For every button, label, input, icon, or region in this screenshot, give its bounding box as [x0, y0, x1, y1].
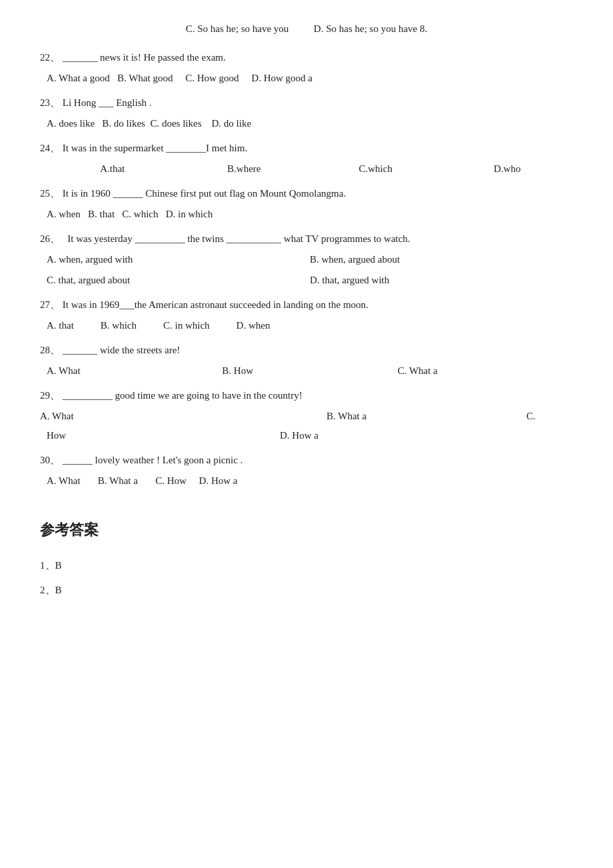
- question-30: 30、 ______ lovely weather ! Let's goon a…: [40, 451, 573, 490]
- q27-text: 27、 It was in 1969___the American astron…: [40, 296, 573, 314]
- answer-title: 参考答案: [40, 517, 573, 543]
- q27-opt-b: B. which: [101, 317, 137, 335]
- q29-options-row1: A. What B. What a C.: [40, 407, 573, 425]
- q25-opt-a: A. when: [47, 209, 81, 219]
- answer-2: 2、B: [40, 581, 573, 599]
- q29-options-row2: How D. How a: [40, 427, 573, 445]
- q26-opt-b: B. when, argued about: [310, 251, 573, 269]
- q25-text: 25、 It is in 1960 ______ Chinese first p…: [40, 185, 573, 203]
- q26-options-row1: A. when, argued with B. when, argued abo…: [40, 251, 573, 269]
- q25-opt-b: B. that: [88, 209, 115, 219]
- top-d-option: D. So has he; so you have 8.: [314, 23, 427, 34]
- q24-opt-c: C.which: [310, 160, 442, 178]
- question-27: 27、 It was in 1969___the American astron…: [40, 296, 573, 335]
- q29-opt-a: A. What: [40, 407, 326, 425]
- q25-opt-c: C. which: [122, 209, 158, 219]
- q24-opt-a: A.that: [47, 160, 179, 178]
- q28-opt-c: C. What a: [398, 362, 573, 380]
- q28-opt-b: B. How: [222, 362, 397, 380]
- q24-text: 24、 It was in the supermarket ________I …: [40, 139, 573, 157]
- q30-opt-b: B. What a: [98, 475, 138, 486]
- q30-options: A. What B. What a C. How D. How a: [40, 472, 573, 490]
- q27-opt-d: D. when: [237, 317, 271, 335]
- answer-section: 参考答案 1、B 2、B: [40, 517, 573, 599]
- answer-1: 1、B: [40, 557, 573, 575]
- q22-text: 22、 _______ news it is! He passed the ex…: [40, 49, 573, 67]
- q23-opt-d: D. do like: [212, 118, 252, 129]
- question-28: 28、 _______ wide the streets are! A. Wha…: [40, 341, 573, 380]
- q28-opt-a: A. What: [47, 362, 222, 380]
- q27-opt-a: A. that: [47, 317, 74, 335]
- question-25: 25、 It is in 1960 ______ Chinese first p…: [40, 185, 573, 223]
- q30-opt-d: D. How a: [199, 475, 238, 486]
- q29-text: 29、 __________ good time we are going to…: [40, 387, 573, 405]
- q29-opt-how: How: [47, 427, 280, 445]
- q26-options-row2: C. that, argued about D. that, argued wi…: [40, 271, 573, 289]
- q27-opt-c: C. in which: [163, 317, 210, 335]
- q29-opt-c: C.: [526, 407, 536, 425]
- q22-opt-a: A. What a good: [47, 73, 110, 83]
- top-options-line: C. So has he; so have you D. So has he; …: [40, 20, 573, 38]
- q30-text: 30、 ______ lovely weather ! Let's goon a…: [40, 451, 573, 469]
- q23-opt-b: B. do likes: [102, 118, 145, 129]
- q26-text: 26、 It was yesterday __________ the twin…: [40, 230, 573, 248]
- q24-opt-b: B.where: [179, 160, 310, 178]
- q22-options: A. What a good B. What good C. How good …: [40, 69, 573, 87]
- q22-opt-b: B. What good: [117, 73, 173, 83]
- q24-options: A.that B.where C.which D.who: [40, 160, 573, 178]
- question-29: 29、 __________ good time we are going to…: [40, 387, 573, 445]
- q26-opt-a: A. when, argued with: [47, 251, 310, 269]
- question-24: 24、 It was in the supermarket ________I …: [40, 139, 573, 178]
- top-c-option: C. So has he; so have you: [186, 23, 289, 34]
- q28-options: A. What B. How C. What a: [40, 362, 573, 380]
- q29-opt-b: B. What a: [326, 407, 526, 425]
- q25-options: A. when B. that C. which D. in which: [40, 205, 573, 223]
- question-26: 26、 It was yesterday __________ the twin…: [40, 230, 573, 289]
- q23-text: 23、 Li Hong ___ English .: [40, 94, 573, 112]
- q22-opt-d: D. How good a: [251, 73, 312, 83]
- q23-opt-a: A. does like: [47, 118, 95, 129]
- q26-opt-c: C. that, argued about: [47, 271, 310, 289]
- q24-opt-d: D.who: [442, 160, 574, 178]
- q23-options: A. does like B. do likes C. does likes D…: [40, 115, 573, 133]
- q30-opt-a: A. What: [47, 475, 81, 486]
- q23-opt-c: C. does likes: [150, 118, 201, 129]
- q28-text: 28、 _______ wide the streets are!: [40, 341, 573, 359]
- q25-opt-d: D. in which: [166, 209, 213, 219]
- q29-opt-d: D. How a: [280, 427, 318, 445]
- q22-opt-c: C. How good: [185, 73, 239, 83]
- q30-opt-c: C. How: [155, 475, 187, 486]
- question-23: 23、 Li Hong ___ English . A. does like B…: [40, 94, 573, 133]
- question-22: 22、 _______ news it is! He passed the ex…: [40, 49, 573, 87]
- q26-opt-d: D. that, argued with: [310, 271, 573, 289]
- q27-options: A. that B. which C. in which D. when: [40, 317, 573, 335]
